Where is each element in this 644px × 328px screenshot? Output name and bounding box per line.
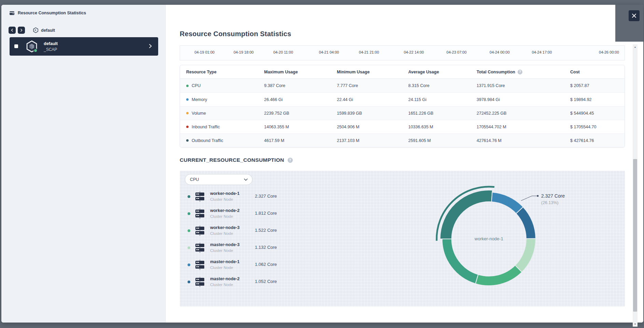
resource-color-dot [186, 85, 189, 87]
scroll-down-arrow-icon[interactable]: ▼ [633, 322, 638, 327]
table-row: Inbound Traffic 14063.355 M 2504.906 M 1… [180, 120, 625, 133]
min-usage-cell: 1599.839 GB [337, 111, 408, 116]
avg-usage-cell: 2591.605 M [408, 138, 477, 143]
callout-line [521, 196, 537, 201]
time-axis-label: 04-19 01:00 [194, 50, 215, 54]
resource-color-dot [186, 139, 189, 142]
total-consumption-cell: 1705544.702 M [477, 125, 570, 129]
table-row: Volume 2239.752 GB 1599.839 GB 1651.226 … [180, 106, 625, 120]
sidebar-title: Resource Consumption Statistics [18, 11, 86, 15]
sidebar-item-default-scap[interactable]: default _SCAP [10, 37, 158, 56]
max-usage-cell: 26.466 Gi [264, 97, 337, 102]
resource-type-cell: Inbound Traffic [186, 125, 264, 129]
max-usage-cell: 2239.752 GB [264, 111, 337, 116]
resource-type-label: Memory [192, 97, 207, 102]
donut-segment-master-node-1 [492, 192, 523, 213]
vertical-scrollbar[interactable]: ▲ ▼ [633, 44, 638, 327]
workspace-hexagon-icon [25, 40, 39, 55]
expand-chevron-icon[interactable] [149, 44, 152, 50]
max-usage-cell: 9.387 Core [264, 83, 337, 88]
col-max-usage: Maximum Usage [264, 70, 337, 74]
callout-percent: (26.13%) [541, 200, 559, 205]
time-axis-label: 04-20 11:00 [273, 50, 293, 54]
time-axis-label: 04-23 07:00 [447, 50, 467, 54]
table-row: Memory 26.466 Gi 22.44 Gi 24.115 Gi 3978… [180, 92, 625, 106]
close-button[interactable] [629, 10, 640, 21]
total-consumption-cell: 3978.984 Gi [477, 97, 570, 102]
resource-type-cell: Volume [186, 111, 264, 116]
back-button[interactable] [9, 27, 16, 34]
total-consumption-cell: 427614.76 M [477, 138, 570, 143]
max-usage-cell: 14063.355 M [264, 125, 337, 129]
resource-type-label: Inbound Traffic [192, 125, 220, 129]
billing-icon [9, 10, 15, 16]
resource-type-label: Volume [192, 111, 206, 116]
close-icon [632, 13, 636, 18]
time-axis-label: 04-26 00:00 [599, 50, 619, 54]
section-header: CURRENT_RESOURCE_CONSUMPTION ? [180, 157, 293, 163]
donut-segment-master-node-3 [515, 239, 536, 272]
total-consumption-cell: 272452.225 GB [477, 111, 570, 116]
info-icon[interactable]: ? [518, 70, 522, 74]
table-row: Outbound Traffic 4617.59 M 2137.103 M 25… [180, 133, 625, 147]
consumption-panel: CPU [180, 171, 625, 306]
chevron-right-icon [20, 29, 23, 32]
cost-cell: $ 1705544.70 [570, 125, 625, 129]
resource-consumption-modal: Resource Consumption Statistics [1, 5, 643, 323]
resource-type-cell: Outbound Traffic [186, 138, 264, 143]
workspace-subtitle: _SCAP [44, 47, 58, 53]
donut-segment-master-node-2 [516, 207, 536, 239]
donut-segment-worker-node-2 [442, 239, 478, 284]
avg-usage-cell: 24.115 Gi [408, 97, 477, 102]
workspace-name: default [44, 41, 58, 47]
help-icon[interactable]: ? [288, 158, 293, 163]
time-axis-label: 04-22 14:00 [404, 50, 424, 54]
donut-segment-worker-node-3 [475, 265, 522, 286]
screen: Resource Consumption Statistics [0, 0, 644, 328]
col-avg-usage: Average Usage [408, 70, 477, 74]
scrollbar-thumb[interactable] [633, 159, 637, 312]
col-total-consumption: Total Consumption ? [477, 70, 570, 74]
time-axis-label: 04-21 04:00 [319, 50, 339, 54]
donut-center-label: worker-node-1 [474, 236, 503, 241]
min-usage-cell: 2504.906 M [337, 125, 408, 129]
col-cost: Cost [570, 70, 625, 74]
resource-color-dot [186, 126, 189, 128]
time-axis-label: 04-24 17:00 [532, 50, 552, 54]
item-checkbox[interactable] [14, 44, 18, 48]
consumption-donut-chart[interactable]: 2.327 Core(26.13%)worker-node-1 [180, 171, 625, 306]
time-axis-label: 04-19 18:00 [234, 50, 254, 54]
resource-type-cell: Memory [186, 97, 264, 102]
backdrop-notch [615, 5, 643, 42]
resource-table: Resource Type Maximum Usage Minimum Usag… [180, 65, 625, 147]
col-min-usage: Minimum Usage [337, 70, 408, 74]
table-row: CPU 9.387 Core 7.777 Core 8.315 Core 137… [180, 79, 625, 92]
min-usage-cell: 7.777 Core [337, 83, 408, 88]
sidebar: Resource Consumption Statistics [1, 5, 166, 323]
breadcrumb-label: default [41, 28, 55, 33]
resource-color-dot [186, 98, 189, 101]
min-usage-cell: 2137.103 M [337, 138, 408, 143]
col-resource-type: Resource Type [186, 70, 264, 74]
avg-usage-cell: 8.315 Core [408, 83, 477, 88]
time-axis-label: 04-21 21:00 [359, 50, 379, 54]
project-hexagon-icon [33, 27, 39, 33]
cost-cell: $ 427614.76 [570, 138, 625, 143]
col-total-label: Total Consumption [477, 70, 515, 74]
resource-type-cell: CPU [186, 83, 264, 88]
chevron-left-icon [11, 29, 14, 32]
avg-usage-cell: 1651.226 GB [408, 111, 477, 116]
min-usage-cell: 22.44 Gi [337, 97, 408, 102]
cost-cell: $ 19894.92 [570, 97, 625, 102]
scroll-up-arrow-icon[interactable]: ▲ [633, 44, 638, 49]
breadcrumb-item-default[interactable]: default [33, 27, 55, 33]
section-title: CURRENT_RESOURCE_CONSUMPTION [180, 157, 284, 163]
page-title: Resource Consumption Statistics [180, 30, 291, 38]
resource-type-label: Outbound Traffic [192, 138, 223, 143]
time-axis-label: 04-24 00:00 [490, 50, 510, 54]
workspace-texts: default _SCAP [44, 41, 58, 53]
table-header: Resource Type Maximum Usage Minimum Usag… [180, 65, 625, 79]
time-axis: 04-19 01:0004-19 18:0004-20 11:0004-21 0… [180, 45, 625, 60]
total-consumption-cell: 1371.915 Core [477, 83, 570, 88]
forward-button[interactable] [18, 27, 25, 34]
